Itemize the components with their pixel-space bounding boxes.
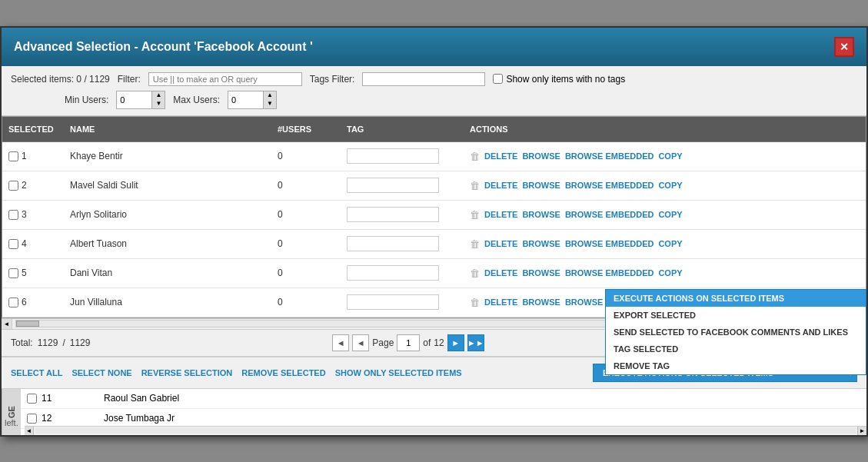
bottom-checkbox-11[interactable] (27, 394, 37, 404)
delete-link[interactable]: DELETE (484, 239, 517, 248)
col-actions: ACTIONS (464, 121, 866, 137)
prev-page-button[interactable]: ◄ (332, 334, 349, 351)
bottom-row-11: 11 Raoul San Gabriel (21, 389, 866, 409)
total-count: 1129 (38, 337, 58, 348)
browse-link[interactable]: BROWSE (522, 181, 560, 190)
row-checkbox[interactable] (8, 239, 18, 249)
row-checkbox[interactable] (8, 297, 18, 307)
reverse-selection-button[interactable]: REVERSE SELECTION (141, 368, 233, 377)
pagination-left: Total: 1129 / 1129 (11, 337, 90, 348)
dropdown-item-1[interactable]: EXECUTE ACTIONS ON SELECTED ITEMS (606, 290, 866, 307)
no-tags-checkbox-label[interactable]: Show only items with no tags (493, 74, 625, 85)
dropdown-item-3[interactable]: SEND SELECTED TO FACEBOOK COMMENTS AND L… (606, 324, 866, 341)
bottom-num-11: 11 (42, 393, 52, 404)
copy-link[interactable]: COPY (658, 268, 682, 278)
row-num: 4 (22, 238, 27, 249)
delete-link[interactable]: DELETE (484, 151, 517, 161)
browse-link[interactable]: BROWSE (522, 210, 560, 219)
tag-input[interactable] (347, 265, 439, 281)
max-users-label: Max Users: (173, 95, 220, 105)
cell-users: 0 (271, 235, 341, 252)
dropdown-menu: EXECUTE ACTIONS ON SELECTED ITEMS EXPORT… (605, 289, 866, 375)
left-text: left. (5, 418, 18, 427)
tag-input[interactable] (347, 178, 439, 193)
dropdown-item-5[interactable]: REMOVE TAG (606, 357, 866, 374)
scroll-thumb[interactable] (16, 321, 39, 327)
dropdown-item-2[interactable]: EXPORT SELECTED (606, 307, 866, 324)
browse-link[interactable]: BROWSE (522, 297, 560, 307)
cell-actions: 🗑 DELETE BROWSE BROWSE EMBEDDED COPY (464, 177, 866, 194)
max-users-up[interactable]: ▲ (264, 91, 276, 100)
min-users-down[interactable]: ▼ (152, 100, 165, 108)
max-users-input[interactable]: 0 (228, 94, 263, 106)
page-input[interactable] (397, 334, 420, 351)
table-row: 4 Albert Tuason 0 🗑 DELETE BROWSE BROWSE… (2, 230, 866, 259)
filter-input[interactable] (148, 72, 302, 86)
window-title: Advanced Selection - Account 'Facebook A… (14, 40, 313, 54)
cell-users: 0 (271, 148, 341, 165)
copy-link[interactable]: COPY (658, 151, 682, 161)
tag-input[interactable] (347, 294, 439, 310)
tags-filter-label: Tags Filter: (310, 74, 355, 85)
bottom-checkbox-12[interactable] (27, 414, 37, 424)
bottom-scroll-right[interactable]: ► (857, 427, 866, 435)
browse-embedded-link[interactable]: BROWSE EMBEDDED (565, 151, 654, 161)
min-users-input[interactable]: 0 (117, 94, 151, 106)
row-checkbox[interactable] (8, 268, 18, 278)
no-tags-checkbox[interactable] (493, 74, 503, 84)
tag-input[interactable] (347, 236, 439, 251)
delete-link[interactable]: DELETE (484, 181, 517, 190)
copy-link[interactable]: COPY (658, 239, 682, 248)
row-checkbox[interactable] (8, 151, 18, 161)
table-header: SELECTED NAME #USERS TAG ACTIONS (2, 117, 866, 142)
delete-link[interactable]: DELETE (484, 297, 517, 307)
cell-actions: 🗑 DELETE BROWSE BROWSE EMBEDDED COPY (464, 206, 866, 224)
next-page-button[interactable]: ► (447, 334, 464, 351)
delete-link[interactable]: DELETE (484, 268, 517, 278)
browse-embedded-link[interactable]: BROWSE EMBEDDED (565, 268, 654, 278)
title-bar: Advanced Selection - Account 'Facebook A… (2, 28, 866, 66)
page-label: Page (372, 337, 394, 348)
row-num: 2 (22, 180, 27, 191)
max-users-spinner[interactable]: 0 ▲ ▼ (228, 91, 277, 109)
min-users-up[interactable]: ▲ (152, 91, 165, 100)
trash-icon: 🗑 (470, 151, 480, 162)
row-checkbox[interactable] (8, 181, 18, 191)
show-only-selected-button[interactable]: SHOW ONLY SELECTED ITEMS (335, 368, 462, 377)
bottom-scrollbar[interactable]: ◄ ► (25, 426, 866, 435)
bottom-scroll-track[interactable] (35, 427, 856, 434)
prev-page-button2[interactable]: ◄ (352, 334, 369, 351)
browse-link[interactable]: BROWSE (522, 239, 560, 248)
select-all-button[interactable]: SELECT ALL (11, 368, 62, 377)
browse-link[interactable]: BROWSE (522, 151, 560, 161)
row-checkbox[interactable] (8, 210, 18, 220)
browse-link[interactable]: BROWSE (522, 268, 560, 278)
remove-selected-button[interactable]: REMOVE SELECTED (241, 368, 325, 377)
cell-users: 0 (271, 177, 341, 194)
copy-link[interactable]: COPY (658, 181, 682, 190)
toolbar-row2: Min Users: 0 ▲ ▼ Max Users: 0 ▲ ▼ (11, 91, 857, 109)
select-none-button[interactable]: SELECT NONE (72, 368, 131, 377)
tag-input[interactable] (347, 148, 439, 164)
delete-link[interactable]: DELETE (484, 210, 517, 219)
trash-icon: 🗑 (470, 268, 480, 279)
cell-actions: 🗑 DELETE BROWSE BROWSE EMBEDDED COPY (464, 235, 866, 253)
dropdown-item-4[interactable]: TAG SELECTED (606, 341, 866, 357)
browse-embedded-link[interactable]: BROWSE EMBEDDED (565, 181, 654, 190)
max-users-down[interactable]: ▼ (264, 100, 276, 108)
total-separator: / (62, 337, 65, 348)
min-users-spinner[interactable]: 0 ▲ ▼ (116, 91, 165, 109)
bottom-row-12-check: 12 (27, 413, 104, 424)
copy-link[interactable]: COPY (658, 210, 682, 219)
browse-embedded-link[interactable]: BROWSE EMBEDDED (565, 239, 654, 248)
tags-filter-input[interactable] (362, 72, 485, 86)
browse-embedded-link[interactable]: BROWSE EMBEDDED (565, 210, 654, 219)
cell-name: Arlyn Solitario (64, 206, 271, 223)
bottom-scroll-left[interactable]: ◄ (25, 427, 34, 435)
cell-selected: 4 (2, 235, 64, 252)
side-label: GE (2, 389, 21, 435)
last-page-button[interactable]: ►► (467, 334, 484, 351)
scroll-left-arrow[interactable]: ◄ (2, 319, 12, 329)
tag-input[interactable] (347, 207, 439, 222)
close-button[interactable]: ✕ (834, 37, 854, 57)
